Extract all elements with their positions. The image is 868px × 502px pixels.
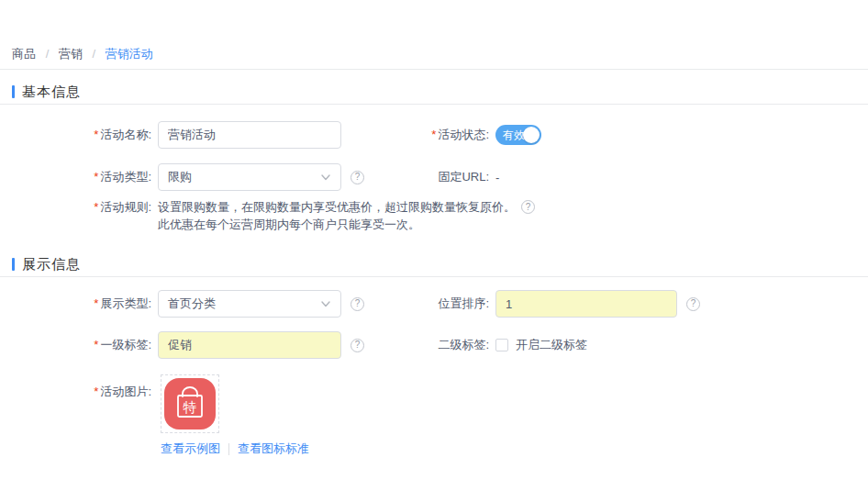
activity-name-label: *活动名称: (0, 121, 151, 149)
section-title: 基本信息 (22, 84, 81, 101)
secondary-tag-checkbox-label[interactable]: 开启二级标签 (516, 337, 587, 353)
position-sort-label: 位置排序: (367, 290, 489, 318)
help-icon[interactable]: ? (686, 297, 700, 311)
toggle-on-label: 有效 (503, 125, 525, 145)
fixed-url-value: - (495, 171, 499, 184)
activity-rule-text: 设置限购数量，在限购数量内享受优惠价，超过限购数量恢复原价。 ? 此优惠在每个运… (158, 198, 535, 233)
activity-status-label: *活动状态: (367, 121, 489, 149)
required-mark: * (431, 128, 436, 141)
activity-type-value: 限购 (168, 169, 192, 185)
promo-bag-icon: 特 (164, 378, 216, 429)
row-activity-rule: *活动规则: 设置限购数量，在限购数量内享受优惠价，超过限购数量恢复原价。 ? … (0, 198, 868, 239)
required-mark: * (94, 296, 98, 310)
activity-rule-label: *活动规则: (0, 198, 151, 216)
help-icon[interactable]: ? (521, 200, 535, 214)
required-mark: * (94, 170, 98, 184)
activity-name-input[interactable] (158, 121, 341, 149)
activity-image-preview[interactable]: 特 (161, 374, 219, 433)
activity-type-select[interactable]: 限购 (158, 163, 341, 191)
secondary-tag-checkbox[interactable] (495, 339, 508, 351)
view-sample-image-link[interactable]: 查看示例图 (161, 441, 220, 457)
chevron-down-icon (320, 172, 331, 183)
row-tags: *一级标签: ? 二级标签: 开启二级标签 (0, 331, 868, 359)
row-display-type-sort: *展示类型: 首页分类 ? 位置排序: ? (0, 290, 868, 318)
breadcrumb-separator: / (93, 47, 96, 61)
display-type-value: 首页分类 (168, 296, 216, 312)
image-links: 查看示例图 查看图标标准 (161, 441, 309, 457)
help-icon[interactable]: ? (351, 297, 364, 311)
section-divider (0, 104, 868, 105)
primary-tag-label: *一级标签: (0, 331, 151, 359)
primary-tag-input[interactable] (158, 331, 341, 359)
row-activity-type-url: *活动类型: 限购 ? 固定URL: - (0, 163, 868, 191)
section-accent-bar (12, 85, 15, 98)
breadcrumb-item-goods[interactable]: 商品 (12, 47, 36, 61)
breadcrumb: 商品 / 营销 / 营销活动 (12, 46, 153, 62)
marketing-activity-form-page: 商品 / 营销 / 营销活动 基本信息 *活动名称: *活动状态: 有效 *活动… (0, 0, 868, 502)
breadcrumb-item-marketing-activity: 营销活动 (106, 47, 153, 61)
required-mark: * (94, 338, 98, 351)
section-header-basic-info: 基本信息 (12, 83, 81, 101)
activity-status-toggle[interactable]: 有效 (495, 125, 541, 145)
secondary-tag-label: 二级标签: (367, 331, 489, 359)
required-mark: * (94, 385, 98, 398)
promo-badge-char: 特 (183, 399, 197, 415)
breadcrumb-item-marketing[interactable]: 营销 (59, 47, 83, 61)
required-mark: * (94, 128, 98, 141)
display-type-label: *展示类型: (0, 290, 151, 318)
display-type-select[interactable]: 首页分类 (158, 290, 341, 318)
fixed-url-label: 固定URL: (367, 163, 489, 191)
row-activity-name-status: *活动名称: *活动状态: 有效 (0, 121, 868, 149)
section-title: 展示信息 (22, 256, 81, 273)
section-accent-bar (12, 258, 15, 271)
help-icon[interactable]: ? (351, 339, 364, 352)
rule-line-1: 设置限购数量，在限购数量内享受优惠价，超过限购数量恢复原价。 (158, 198, 516, 216)
help-icon[interactable]: ? (351, 171, 364, 184)
activity-image-label: *活动图片: (0, 383, 151, 400)
section-divider (0, 276, 868, 277)
breadcrumb-separator: / (46, 47, 50, 61)
toggle-knob (523, 127, 540, 143)
links-divider (228, 443, 229, 455)
row-activity-image: *活动图片: 特 查看示例图 查看图标标准 (0, 374, 868, 457)
position-sort-input[interactable] (495, 290, 677, 318)
required-mark: * (94, 200, 98, 214)
activity-type-label: *活动类型: (0, 163, 151, 191)
header-divider (0, 69, 868, 70)
view-icon-standard-link[interactable]: 查看图标标准 (238, 441, 309, 457)
chevron-down-icon (320, 298, 331, 309)
section-header-display-info: 展示信息 (12, 255, 81, 273)
rule-line-2: 此优惠在每个运营周期内每个商户只能享受一次。 (158, 216, 420, 233)
